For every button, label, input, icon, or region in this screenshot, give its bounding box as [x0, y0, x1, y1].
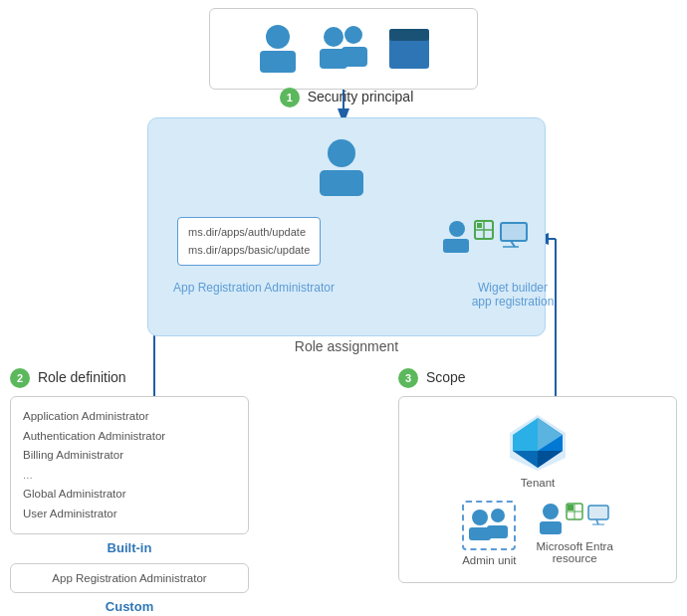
- widget-label: Wiget builderapp registration: [458, 281, 568, 308]
- scope-admin-unit: Admin unit: [462, 501, 516, 566]
- number-1: 1: [280, 88, 300, 107]
- svg-point-17: [449, 221, 465, 237]
- ms-entra-icon: [539, 501, 610, 536]
- svg-rect-8: [260, 51, 296, 73]
- rd-item-3: Billing Administrator: [23, 446, 236, 466]
- svg-rect-16: [320, 170, 363, 196]
- svg-rect-19: [445, 239, 469, 253]
- admin-unit-label: Admin unit: [462, 554, 516, 566]
- svg-rect-43: [568, 505, 573, 511]
- scope-bottom-row: Admin unit: [462, 501, 613, 566]
- svg-rect-14: [389, 29, 429, 41]
- rd-title-text: Role definition: [38, 369, 126, 385]
- group-icon: [318, 23, 369, 75]
- admin-unit-icon: [468, 507, 510, 542]
- person-icon: [256, 23, 300, 75]
- app-reg-line-2: ms.dir/apps/basic/update: [188, 242, 310, 260]
- rd-builtin-box: Application Administrator Authentication…: [10, 396, 249, 534]
- sp-text: Security principal: [308, 89, 414, 104]
- admin-unit-icon-wrap: [462, 501, 516, 550]
- security-principal-box: [209, 8, 478, 90]
- svg-point-11: [344, 26, 362, 44]
- app-icon: [387, 27, 431, 71]
- svg-point-15: [328, 139, 355, 167]
- scope-ms-entra: Microsoft Entraresource: [537, 501, 613, 566]
- app-reg-line-1: ms.dir/apps/auth/update: [188, 224, 310, 242]
- scope-title: 3 Scope: [398, 368, 677, 388]
- rd-custom-label: Custom: [10, 599, 249, 614]
- rd-item-4: Global Administrator: [23, 485, 236, 505]
- rd-builtin-label: Built-in: [10, 540, 249, 555]
- svg-point-36: [491, 509, 505, 522]
- svg-rect-39: [540, 521, 562, 534]
- svg-rect-37: [487, 525, 508, 538]
- svg-rect-12: [342, 47, 367, 67]
- security-principal-label: 1 Security principal: [212, 88, 481, 107]
- svg-point-9: [324, 27, 344, 47]
- widget-area: [443, 217, 533, 257]
- rd-item-2: Authentication Administrator: [23, 427, 236, 447]
- svg-rect-25: [501, 223, 527, 241]
- svg-point-38: [543, 504, 559, 519]
- ms-entra-label: Microsoft Entraresource: [537, 540, 613, 564]
- role-definition-box: 2 Role definition Application Administra…: [10, 368, 249, 616]
- diagram: 1 Security principal ms.dir/apps/auth/up…: [0, 0, 687, 616]
- scope-inner: Tenant Admin unit: [398, 396, 677, 583]
- app-reg-role-label: App Registration Administrator: [154, 281, 353, 295]
- widget-icons: [443, 217, 533, 257]
- ra-person: [315, 137, 368, 199]
- app-reg-box: ms.dir/apps/auth/update ms.dir/apps/basi…: [177, 217, 321, 266]
- svg-rect-45: [588, 506, 608, 519]
- svg-point-7: [266, 25, 290, 49]
- ra-person-icon: [315, 137, 368, 199]
- role-assignment-label: Role assignment: [147, 338, 546, 354]
- svg-rect-23: [477, 223, 482, 228]
- rd-custom-box: App Registration Administrator: [10, 563, 249, 593]
- number-2: 2: [10, 368, 30, 388]
- tenant-label: Tenant: [521, 477, 556, 489]
- rd-item-5: User Administrator: [23, 505, 236, 524]
- rd-item-dots: ...: [23, 466, 236, 486]
- rd-item-1: Application Administrator: [23, 407, 236, 427]
- svg-point-34: [472, 510, 488, 525]
- tenant-diamond-icon: [508, 413, 568, 473]
- scope-title-text: Scope: [426, 369, 466, 385]
- rd-title: 2 Role definition: [10, 368, 249, 388]
- number-3: 3: [398, 368, 418, 388]
- scope-tenant: Tenant: [508, 413, 568, 489]
- scope-box: 3 Scope Tenant: [398, 368, 677, 583]
